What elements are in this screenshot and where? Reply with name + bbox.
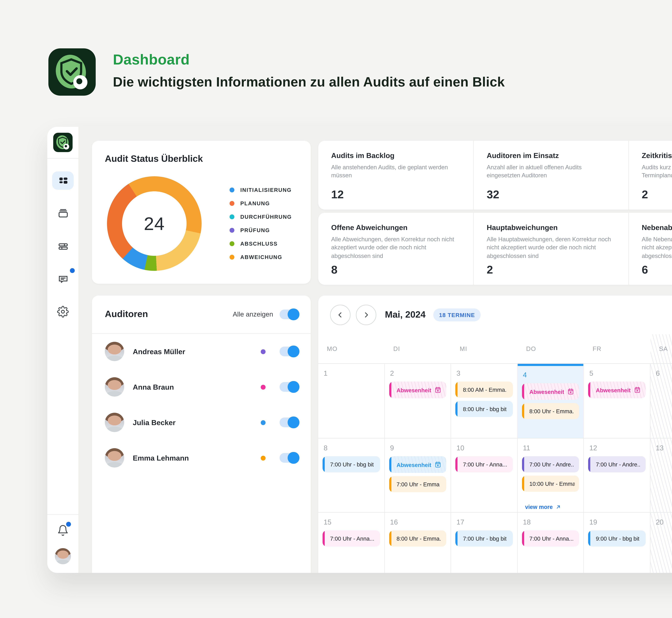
audit-rows-icon <box>57 240 69 252</box>
dashboard-page: Dashboard Die wichtigsten Informationen … <box>0 0 672 618</box>
calendar-day-cell[interactable]: 177:00 Uhr - bbg bit <box>451 512 517 573</box>
auditor-status-dot <box>261 349 266 354</box>
sidebar-item-comments[interactable] <box>52 270 74 288</box>
shield-check-logo-icon <box>53 133 73 152</box>
sidebar-item-audits[interactable] <box>52 204 74 222</box>
auditor-toggle[interactable] <box>280 382 298 392</box>
calendar-event-chip[interactable]: Abwesenheit <box>588 382 646 398</box>
day-events: 9:00 Uhr - bbg bit <box>584 530 650 546</box>
calendar-day-cell[interactable]: 107:00 Uhr - Anna... <box>451 438 517 512</box>
calendar-event-chip[interactable]: 7:00 Uhr - Andre.. <box>522 456 579 473</box>
stat-column: NebenabweichungenAlle Nebenabweichungen,… <box>628 213 672 285</box>
calendar-day-cell[interactable]: 127:00 Uhr - Andre.. <box>584 438 650 512</box>
toggle-knob <box>288 416 299 428</box>
legend-item: ABWEICHUNG <box>229 254 292 260</box>
event-label: 7:00 Uhr - Emma <box>396 481 440 488</box>
dashboard-grid-icon <box>57 175 69 186</box>
day-number: 12 <box>589 444 650 452</box>
calendar-day-cell[interactable]: 117:00 Uhr - Andre..10:00 Uhr - Emmaview… <box>517 438 584 512</box>
calendar-day-cell[interactable]: 13 <box>650 438 672 512</box>
calendar-event-chip[interactable]: 7:00 Uhr - bbg bit <box>456 530 513 546</box>
auditor-name: Emma Lehmann <box>133 454 189 462</box>
calendar-day-cell[interactable]: 5Abwesenheit <box>584 364 650 438</box>
calendar-day-cell[interactable]: 38:00 AM - Emma.8:00 Uhr - bbg bit <box>451 364 517 438</box>
legend-label: ABWEICHUNG <box>240 254 282 260</box>
notifications-button[interactable] <box>56 523 70 537</box>
legend-item: ABSCHLUSS <box>229 241 292 247</box>
calendar-day-cell[interactable]: 9Abwesenheit7:00 Uhr - Emma <box>385 438 451 512</box>
event-label: 8:00 Uhr - Emma. <box>530 408 574 414</box>
calendar-event-chip[interactable]: 7:00 Uhr - Anna... <box>522 530 579 546</box>
stat-column: Auditoren im EinsatzAnzahl aller in aktu… <box>473 141 628 210</box>
calendar-day-cell[interactable]: 87:00 Uhr - bbg bit <box>318 438 385 512</box>
legend-dot <box>229 255 234 260</box>
audit-status-card: Audit Status Überblick 24 INITIALISIERUN… <box>92 141 311 284</box>
stat-description: Anzahl aller in aktuell offenen Audits e… <box>487 164 615 180</box>
audit-status-donut-chart: 24 <box>107 176 202 271</box>
calendar-event-chip[interactable]: 7:00 Uhr - Andre.. <box>588 456 646 473</box>
chevron-left-icon <box>336 311 345 319</box>
calendar-event-chip[interactable]: 7:00 Uhr - Anna... <box>322 530 380 546</box>
calendar-event-chip[interactable]: 7:00 Uhr - bbg bit <box>322 456 380 473</box>
day-number: 11 <box>523 444 583 452</box>
calendar-day-cell[interactable]: 2Abwesenheit <box>385 364 451 438</box>
auditor-toggle[interactable] <box>280 453 298 463</box>
calendar-day-cell[interactable]: 4Abwesenheit8:00 Uhr - Emma. <box>517 364 584 438</box>
event-label: 7:00 Uhr - Andre.. <box>530 461 574 468</box>
calendar-event-chip[interactable]: Abwesenheit <box>389 456 446 473</box>
calendar-next-button[interactable] <box>356 305 376 325</box>
avatar <box>105 342 124 361</box>
event-color-bar <box>522 403 524 419</box>
calendar-event-chip[interactable]: 7:00 Uhr - Anna... <box>456 456 513 473</box>
stat-value: 8 <box>331 263 460 276</box>
weekday-label: DI <box>385 334 451 363</box>
event-label: 8:00 AM - Emma. <box>463 386 506 393</box>
content-area: Audit Status Überblick 24 INITIALISIERUN… <box>79 127 672 573</box>
auditor-row: Anna Braun <box>92 369 311 405</box>
user-avatar[interactable] <box>55 548 71 564</box>
auditor-toggle[interactable] <box>280 346 298 356</box>
event-label: 7:00 Uhr - Andre.. <box>596 461 641 468</box>
comments-icon <box>57 273 69 285</box>
calendar-day-cell[interactable]: 157:00 Uhr - Anna... <box>318 512 385 573</box>
auditor-name: Julia Becker <box>133 418 176 426</box>
calendar-day-cell[interactable]: 1 <box>318 364 385 438</box>
calendar-day-cell[interactable]: 187:00 Uhr - Anna... <box>517 512 584 573</box>
day-events: 8:00 AM - Emma.8:00 Uhr - bbg bit <box>451 382 517 417</box>
calendar-day-cell[interactable]: 199:00 Uhr - bbg bit <box>584 512 650 573</box>
calendar-event-chip[interactable]: 8:00 Uhr - bbg bit <box>456 401 513 417</box>
event-label: 9:00 Uhr - bbg bit <box>596 535 640 542</box>
calendar-event-chip[interactable]: 8:00 Uhr - Emma. <box>389 530 446 546</box>
sidebar-item-audit-list[interactable] <box>52 237 74 255</box>
sidebar <box>47 127 79 573</box>
sidebar-bottom <box>47 514 79 573</box>
calendar-event-chip[interactable]: Abwesenheit <box>522 383 579 400</box>
calendar-day-cell[interactable]: 168:00 Uhr - Emma. <box>385 512 451 573</box>
show-all-label: Alle anzeigen <box>233 311 273 318</box>
calendar-event-chip[interactable]: 10:00 Uhr - Emma <box>522 476 579 492</box>
auditor-row: Andreas Müller <box>92 334 311 369</box>
calendar-event-chip[interactable]: 8:00 Uhr - Emma. <box>522 403 579 419</box>
stat-column: HauptabweichungenAlle Hauptabweichungen,… <box>473 213 628 285</box>
weekday-label: MO <box>318 334 385 363</box>
sidebar-item-dashboard[interactable] <box>52 172 74 190</box>
calendar-prev-button[interactable] <box>330 305 351 325</box>
event-label: 7:00 Uhr - bbg bit <box>463 535 507 542</box>
show-all-toggle[interactable] <box>280 310 298 319</box>
sidebar-item-settings[interactable] <box>52 303 74 321</box>
calendar-event-chip[interactable]: 7:00 Uhr - Emma <box>389 476 446 492</box>
avatar <box>105 413 124 432</box>
auditor-status-dot <box>261 420 266 425</box>
calendar-day-cell[interactable]: 6 <box>650 364 672 438</box>
view-more-link[interactable]: view more <box>525 504 561 510</box>
calendar-event-chip[interactable]: 8:00 AM - Emma. <box>456 382 513 398</box>
day-number: 4 <box>523 371 583 379</box>
auditor-toggle[interactable] <box>280 418 298 427</box>
calendar-day-cell[interactable]: 20 <box>650 512 672 573</box>
sidebar-app-logo[interactable] <box>53 133 73 152</box>
calendar-event-chip[interactable]: Abwesenheit <box>389 382 446 398</box>
event-color-bar <box>588 382 590 398</box>
legend-label: PRÜFUNG <box>240 227 270 233</box>
app-logo <box>49 48 96 96</box>
calendar-event-chip[interactable]: 9:00 Uhr - bbg bit <box>588 530 646 546</box>
